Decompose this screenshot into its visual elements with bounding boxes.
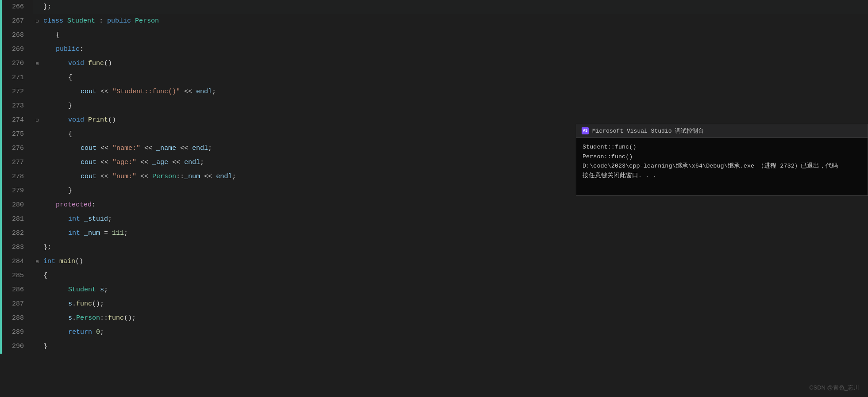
token-kw: int — [68, 215, 80, 223]
code-content-280: protected: — [42, 198, 868, 212]
indent-space — [56, 325, 68, 340]
line-number-288: 288 — [2, 311, 33, 325]
fold-indicator-286 — [33, 283, 42, 297]
indent-space — [43, 226, 56, 240]
token-kw: int — [43, 258, 55, 265]
fold-indicator-271 — [33, 71, 42, 85]
indent-space — [43, 85, 56, 99]
code-line-280: 280 protected: — [0, 198, 868, 212]
fold-indicator-283 — [33, 240, 42, 255]
indent-space — [68, 156, 81, 170]
token-fn: func — [76, 300, 92, 308]
fold-indicator-270[interactable]: ⊟ — [33, 57, 42, 71]
indent-space — [56, 297, 68, 311]
indent-space — [43, 184, 56, 198]
line-number-275: 275 — [2, 127, 33, 141]
token-kw: void — [68, 116, 84, 124]
indent-space — [56, 141, 68, 156]
line-number-272: 272 — [2, 85, 33, 99]
indent-space — [68, 141, 81, 156]
token-var: cout — [81, 88, 96, 95]
token-punct: { — [43, 272, 47, 279]
fold-indicator-267[interactable]: ⊟ — [33, 14, 42, 28]
line-number-284: 284 — [2, 255, 33, 269]
token-punct: } — [68, 187, 72, 195]
indent-space — [43, 42, 56, 57]
token-punct: () — [104, 60, 112, 67]
fold-indicator-277 — [33, 156, 42, 170]
token-punct: << — [180, 88, 196, 95]
code-content-288: s.Person::func(); — [42, 311, 868, 325]
token-punct — [96, 286, 100, 294]
code-line-273: 273 } — [0, 99, 868, 113]
code-line-267: 267⊟class Student : public Person — [0, 14, 868, 28]
token-punct: << — [136, 159, 152, 166]
token-punct: { — [56, 31, 60, 39]
token-punct: ; — [124, 229, 128, 237]
debug-console-title-text: Microsoft Visual Studio 调试控制台 — [592, 127, 704, 135]
token-kw2: protected — [56, 201, 92, 209]
token-fn: func — [108, 314, 124, 322]
token-punct: :: — [176, 173, 184, 180]
indent-space — [43, 127, 56, 141]
token-punct: ; — [104, 286, 108, 294]
indent-space — [43, 212, 56, 226]
code-line-271: 271 { — [0, 71, 868, 85]
code-line-270: 270⊟ void func() — [0, 57, 868, 71]
token-str: "age:" — [112, 159, 136, 166]
token-type: Person — [152, 173, 176, 180]
fold-indicator-280 — [33, 198, 42, 212]
token-var: endl — [184, 159, 200, 166]
token-fn: Print — [88, 116, 108, 124]
fold-indicator-269 — [33, 42, 42, 57]
debug-line-0: Student::func() — [583, 142, 861, 152]
fold-indicator-284[interactable]: ⊟ — [33, 255, 42, 269]
code-container: 266};267⊟class Student : public Person26… — [0, 0, 868, 397]
indent-space — [43, 297, 56, 311]
token-punct: << — [136, 173, 152, 180]
line-number-267: 267 — [2, 14, 33, 28]
token-str: "num:" — [112, 173, 136, 180]
token-var: _num — [84, 229, 100, 237]
token-punct: . — [72, 314, 76, 322]
token-punct: << — [140, 145, 156, 152]
token-punct: << — [96, 88, 112, 95]
token-punct: ; — [108, 215, 112, 223]
token-punct — [80, 215, 84, 223]
token-str: "name:" — [112, 145, 140, 152]
token-punct — [80, 229, 84, 237]
code-content-273: } — [42, 99, 868, 113]
code-line-287: 287 s.func(); — [0, 297, 868, 311]
token-punct: ; — [208, 145, 212, 152]
indent-space — [43, 325, 56, 340]
token-punct: : — [92, 201, 96, 209]
code-content-271: { — [42, 71, 868, 85]
token-var: cout — [81, 145, 96, 152]
fold-indicator-268 — [33, 28, 42, 42]
indent-space — [43, 141, 56, 156]
line-number-282: 282 — [2, 226, 33, 240]
code-line-288: 288 s.Person::func(); — [0, 311, 868, 325]
fold-indicator-273 — [33, 99, 42, 113]
fold-indicator-275 — [33, 127, 42, 141]
fold-indicator-272 — [33, 85, 42, 99]
indent-space — [56, 212, 68, 226]
code-content-267: class Student : public Person — [42, 14, 868, 28]
token-punct: : — [95, 17, 107, 25]
token-var: s — [100, 286, 104, 294]
line-number-270: 270 — [2, 57, 33, 71]
line-number-289: 289 — [2, 325, 33, 340]
code-line-266: 266}; — [0, 0, 868, 14]
token-var: endl — [216, 173, 232, 180]
token-kw: void — [68, 60, 84, 67]
code-line-289: 289 return 0; — [0, 325, 868, 340]
code-line-284: 284⊟int main() — [0, 255, 868, 269]
line-number-274: 274 — [2, 113, 33, 127]
fold-indicator-276 — [33, 141, 42, 156]
fold-indicator-274[interactable]: ⊟ — [33, 113, 42, 127]
indent-space — [56, 113, 68, 127]
indent-space — [56, 311, 68, 325]
indent-space — [56, 170, 68, 184]
debug-console-body: Student::func()Person::func()D:\code\202… — [576, 138, 868, 195]
code-content-269: public: — [42, 42, 868, 57]
